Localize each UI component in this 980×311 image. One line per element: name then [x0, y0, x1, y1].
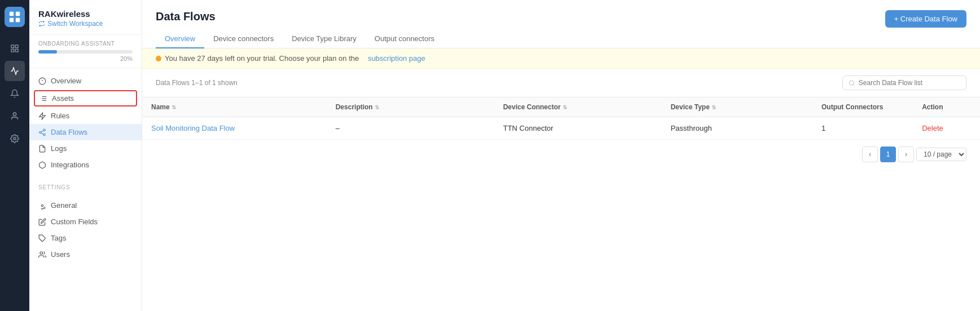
trial-dot-icon: [156, 56, 161, 61]
progress-percent: 20%: [38, 55, 133, 62]
next-page-button[interactable]: ›: [898, 146, 914, 162]
col-header-output-connectors: Output Connectors: [812, 97, 913, 117]
col-header-description[interactable]: Description: [327, 97, 494, 117]
nav-item-logs[interactable]: Logs: [29, 140, 142, 157]
cell-name: Soil Monitoring Data Flow: [142, 117, 327, 140]
search-box[interactable]: [842, 75, 966, 90]
page-1-button[interactable]: 1: [880, 146, 896, 162]
nav-label-logs: Logs: [51, 144, 67, 153]
svg-rect-0: [10, 12, 14, 16]
data-flows-table: Name Description Device Connector Device…: [142, 97, 980, 140]
nav-item-custom-fields[interactable]: Custom Fields: [29, 214, 142, 230]
nav-item-overview[interactable]: Overview: [29, 73, 142, 89]
nav-label-integrations: Integrations: [51, 161, 89, 169]
svg-rect-5: [15, 45, 18, 48]
create-data-flow-button[interactable]: + Create Data Flow: [885, 10, 966, 28]
col-header-device-connector[interactable]: Device Connector: [494, 97, 662, 117]
tab-device-connectors[interactable]: Device connectors: [204, 30, 283, 48]
nav-item-tags[interactable]: Tags: [29, 230, 142, 246]
nav-label-assets: Assets: [52, 94, 74, 103]
brand-name: RAKwireless: [38, 9, 133, 19]
nav-label-data-flows: Data Flows: [51, 128, 87, 136]
nav-item-users[interactable]: Users: [29, 246, 142, 263]
nav-label-tags: Tags: [51, 234, 66, 242]
page-size-select[interactable]: 10 / page: [916, 148, 966, 161]
nav-item-data-flows[interactable]: Data Flows: [29, 124, 142, 140]
main-content: Data Flows Overview Device connectors De…: [142, 0, 980, 311]
main-nav: Overview Assets Rules Data Flows Logs In…: [29, 68, 142, 177]
nav-label-custom-fields: Custom Fields: [51, 217, 98, 226]
svg-line-24: [41, 130, 43, 131]
table-header-row: Name Description Device Connector Device…: [142, 97, 980, 117]
search-input[interactable]: [859, 79, 960, 87]
svg-point-20: [43, 129, 46, 131]
nav-icon-users[interactable]: [5, 106, 25, 126]
svg-marker-19: [39, 113, 46, 119]
tab-device-type-library[interactable]: Device Type Library: [283, 30, 366, 48]
nav-item-integrations[interactable]: Integrations: [29, 157, 142, 173]
progress-bar-bg: [38, 50, 133, 54]
nav-item-general[interactable]: General: [29, 197, 142, 214]
nav-label-general: General: [51, 201, 77, 210]
svg-rect-4: [11, 45, 14, 48]
nav-label-rules: Rules: [51, 112, 69, 120]
tab-output-connectors[interactable]: Output connectors: [366, 30, 443, 48]
main-body: You have 27 days left on your trial. Cho…: [142, 48, 980, 311]
cell-output-connectors: 1: [812, 117, 913, 140]
table-footer: ‹ 1 › 10 / page: [142, 140, 980, 169]
svg-rect-3: [16, 18, 20, 22]
svg-point-21: [39, 131, 42, 134]
svg-point-22: [43, 134, 46, 136]
cell-action: Delete: [913, 117, 980, 140]
nav-item-rules[interactable]: Rules: [29, 108, 142, 124]
table-count: Data Flows 1–1 of 1 shown: [156, 79, 238, 87]
tab-overview[interactable]: Overview: [156, 30, 204, 48]
cell-device-connector: TTN Connector: [494, 117, 662, 140]
svg-rect-7: [15, 49, 18, 52]
col-header-action: Action: [913, 97, 980, 117]
svg-line-23: [41, 132, 43, 134]
icon-sidebar: [0, 0, 29, 311]
pagination: ‹ 1 › 10 / page: [862, 146, 966, 162]
svg-point-27: [40, 251, 43, 254]
svg-point-28: [849, 81, 854, 85]
header-left: Data Flows Overview Device connectors De…: [156, 10, 443, 48]
table-controls: Data Flows 1–1 of 1 shown: [142, 69, 980, 97]
nav-item-assets[interactable]: Assets: [34, 90, 137, 106]
nav-icon-data-flows[interactable]: [5, 61, 25, 81]
data-flow-name-link[interactable]: Soil Monitoring Data Flow: [151, 124, 235, 132]
main-header: Data Flows Overview Device connectors De…: [142, 0, 980, 48]
page-title: Data Flows: [156, 10, 443, 23]
cell-device-type: Passthrough: [662, 117, 812, 140]
svg-rect-2: [10, 18, 14, 22]
search-icon: [849, 79, 855, 87]
nav-label-users: Users: [51, 250, 70, 259]
cell-description: –: [327, 117, 494, 140]
svg-point-8: [13, 113, 16, 115]
svg-line-29: [853, 84, 854, 85]
nav-icon-dashboard[interactable]: [5, 38, 25, 59]
left-nav: RAKwireless Switch Workspace Onboarding …: [29, 0, 142, 311]
col-header-device-type[interactable]: Device Type: [662, 97, 812, 117]
nav-icon-settings[interactable]: [5, 128, 25, 149]
subscription-page-link[interactable]: subscription page: [368, 54, 425, 63]
svg-rect-1: [16, 12, 20, 16]
switch-workspace-link[interactable]: Switch Workspace: [38, 20, 133, 28]
app-logo[interactable]: [5, 7, 25, 27]
onboarding-box: Onboarding Assistant 20%: [29, 35, 142, 68]
nav-icon-alerts[interactable]: [5, 83, 25, 104]
onboarding-label: Onboarding Assistant: [38, 41, 133, 47]
brand-area: RAKwireless Switch Workspace: [29, 0, 142, 35]
svg-rect-6: [11, 49, 14, 52]
settings-nav: General Custom Fields Tags Users: [29, 193, 142, 267]
prev-page-button[interactable]: ‹: [862, 146, 878, 162]
table-row: Soil Monitoring Data Flow – TTN Connecto…: [142, 117, 980, 140]
trial-banner: You have 27 days left on your trial. Cho…: [142, 48, 980, 69]
tabs: Overview Device connectors Device Type L…: [156, 30, 443, 48]
col-header-name[interactable]: Name: [142, 97, 327, 117]
delete-button[interactable]: Delete: [922, 124, 943, 132]
nav-label-overview: Overview: [51, 77, 81, 85]
svg-point-25: [41, 205, 43, 207]
svg-point-9: [14, 137, 16, 140]
settings-section-label: Settings: [29, 177, 142, 193]
